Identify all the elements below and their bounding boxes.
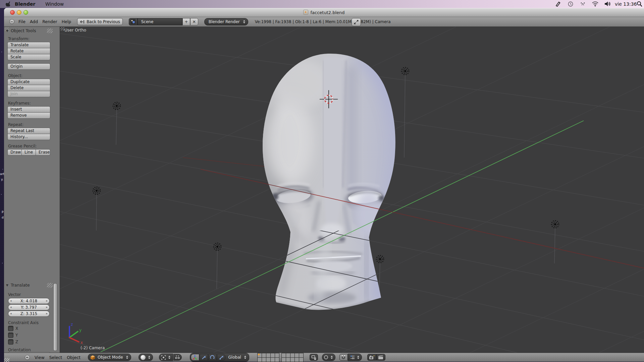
constraint-y-checkbox[interactable] (8, 333, 13, 338)
delete-button[interactable]: Delete (7, 85, 50, 91)
menu-render[interactable]: Render (42, 19, 57, 24)
window-title: faccetut2.blend (310, 10, 344, 15)
pivot-point-dropdown[interactable] (159, 354, 173, 361)
transform-manipulator-group: Global (190, 353, 249, 362)
panel-expand-icon: ▼ (6, 284, 8, 287)
scale-manipulator-button[interactable] (217, 354, 225, 361)
slider-left-arrow-icon[interactable]: ◂ (10, 305, 12, 309)
repeat-section-label: Repeat: (8, 122, 23, 127)
header-collapse-icon[interactable] (25, 355, 30, 360)
slider-left-arrow-icon[interactable]: ◂ (10, 312, 12, 315)
insert-keyframe-button[interactable]: Insert (7, 106, 50, 113)
grease-erase-button[interactable]: Erase (36, 149, 50, 156)
slider-left-arrow-icon[interactable]: ◂ (10, 299, 12, 302)
menubar-app-menu[interactable]: Blender (15, 1, 35, 7)
lock-to-scene-button[interactable] (310, 354, 318, 361)
keyframes-section-label: Keyframes: (8, 101, 31, 106)
manipulate-center-points-toggle[interactable] (173, 354, 182, 361)
tool-shelf-scrollbar[interactable] (53, 283, 57, 351)
opengl-render-button[interactable] (367, 354, 376, 361)
panel-drag-handle[interactable] (47, 283, 53, 288)
viewport-3d[interactable]: z y x User Ortho (-2) Camera (60, 26, 644, 353)
render-camera-icon (369, 355, 375, 360)
menubar-clock[interactable]: vie 13:36 (615, 1, 637, 7)
scale-arrow-icon (219, 355, 224, 360)
mode-dropdown[interactable]: Object Mode (88, 354, 131, 361)
opengl-render-anim-button[interactable] (376, 354, 385, 361)
layer-group-1[interactable] (257, 353, 279, 362)
area-corner-grip[interactable] (60, 27, 64, 31)
scene-name-field[interactable]: Scene (138, 18, 182, 25)
wifi-icon[interactable] (592, 1, 599, 8)
origin-button[interactable]: Origin (7, 63, 50, 70)
apple-menu[interactable] (5, 1, 11, 8)
proportional-edit-dropdown[interactable] (322, 354, 335, 361)
duplicate-button[interactable]: Duplicate (7, 79, 50, 85)
constraint-x-label: X (15, 326, 18, 331)
repeat-last-button[interactable]: Repeat Last (7, 128, 50, 134)
scale-button[interactable]: Scale (7, 54, 50, 60)
chevron-updown-icon (243, 20, 246, 23)
pivot-center-icon (161, 355, 166, 360)
translate-button[interactable]: Translate (7, 42, 50, 48)
snap-element-dropdown[interactable] (348, 354, 362, 361)
rotate-arc-icon (210, 355, 215, 360)
menu-help[interactable]: Help (62, 19, 71, 24)
shading-sphere-icon (141, 355, 146, 360)
viewport-canvas[interactable]: z y x (60, 26, 644, 353)
constraint-x-checkbox[interactable] (8, 326, 13, 331)
chevron-updown-icon (244, 356, 247, 359)
window-resize-grip[interactable] (4, 358, 9, 362)
menu-object[interactable]: Object (67, 355, 80, 360)
layer-cell-active[interactable] (258, 353, 262, 357)
menu-add[interactable]: Add (30, 19, 38, 24)
join-button[interactable]: Join (7, 91, 50, 97)
menu-select[interactable]: Select (49, 355, 62, 360)
time-machine-icon[interactable] (568, 1, 574, 8)
gizmo-y-label: y (79, 328, 82, 333)
object-tools-panel-header[interactable]: ▼ Object Tools (6, 28, 36, 33)
volume-icon[interactable] (604, 1, 611, 8)
orientation-dropdown[interactable]: Global (228, 355, 241, 360)
menu-view[interactable]: View (35, 355, 45, 360)
panel-drag-handle[interactable] (47, 28, 53, 33)
chevron-updown-icon (330, 356, 333, 359)
constraint-z-checkbox[interactable] (8, 339, 13, 345)
maximize-area-icon[interactable] (352, 18, 361, 26)
object-section-label: Object: (8, 73, 22, 78)
rotate-manipulator-button[interactable] (208, 354, 217, 361)
viewport-shading-dropdown[interactable] (139, 354, 153, 361)
tablet-pen-icon[interactable] (555, 1, 561, 8)
vector-y-slider[interactable]: ◂ Y: 3.797 ▸ (8, 304, 50, 310)
snap-toggle-button[interactable] (339, 354, 348, 361)
slider-right-arrow-icon[interactable]: ▸ (46, 299, 48, 302)
menubar-window-menu[interactable]: Window (45, 1, 64, 7)
back-to-previous-button[interactable]: Back to Previous (77, 18, 123, 25)
vector-label: Vector (8, 292, 21, 297)
history-button[interactable]: History... (7, 134, 50, 140)
grease-draw-button[interactable]: Draw (7, 149, 22, 156)
layer-group-2[interactable] (281, 353, 304, 362)
unlink-scene-button[interactable]: ✕ (190, 18, 198, 25)
slider-right-arrow-icon[interactable]: ▸ (46, 312, 48, 315)
browse-scene-icon[interactable] (129, 18, 138, 25)
vector-x-slider[interactable]: ◂ X: 4.018 ▸ (8, 298, 50, 304)
vector-z-slider[interactable]: ◂ Z: 3.315 ▸ (8, 311, 50, 317)
translate-manipulator-button[interactable] (200, 354, 208, 361)
slider-right-arrow-icon[interactable]: ▸ (46, 305, 48, 309)
info-header: File Add Render Help Back to Previous Sc… (4, 17, 644, 27)
remove-keyframe-button[interactable]: Remove (7, 112, 50, 119)
desktop-icon-label: P (2, 210, 3, 214)
constraint-axis-label: Constraint Axis (8, 320, 39, 325)
translate-panel-header[interactable]: ▼ Translate (6, 283, 30, 288)
spotlight-icon[interactable] (637, 1, 642, 8)
manipulator-toggle-button[interactable] (191, 354, 199, 361)
window-title-bar[interactable]: faccetut2.blend (4, 8, 644, 17)
header-collapse-icon[interactable] (9, 19, 14, 24)
menu-file[interactable]: File (18, 19, 25, 24)
add-scene-button[interactable]: + (182, 18, 190, 25)
rotate-button[interactable]: Rotate (7, 48, 50, 54)
grease-line-button[interactable]: Line (21, 149, 36, 156)
render-engine-dropdown[interactable]: Blender Render (204, 18, 248, 25)
input-source-icon[interactable] (580, 1, 586, 8)
